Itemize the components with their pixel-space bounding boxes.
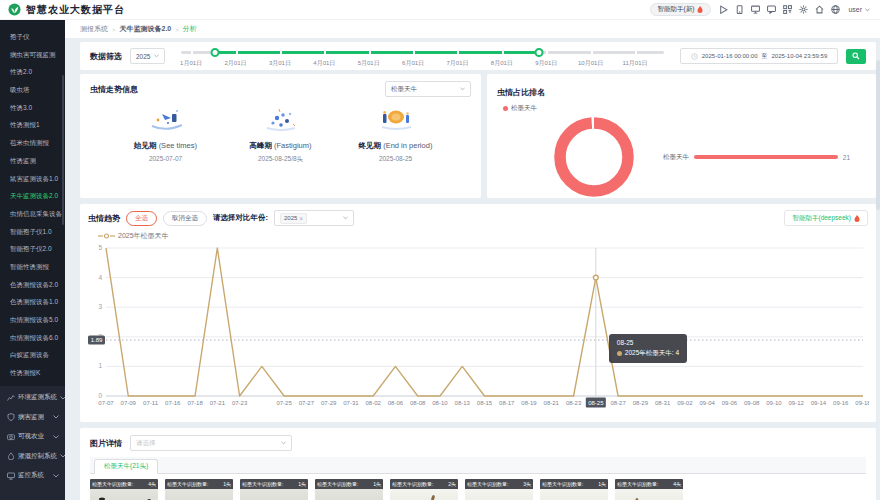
image-card[interactable]: 松墨天牛识别数量:1头 [240,479,308,500]
image-card-header: 松墨天牛识别数量:1头 [540,479,608,489]
sidebar-section[interactable]: 可视农业 [0,427,65,447]
feedback-icon[interactable] [767,5,776,14]
sidebar-item[interactable]: 智能性诱测报 [0,258,65,276]
search-button[interactable] [846,49,866,64]
app-logo-icon [8,3,21,16]
svg-text:07-16: 07-16 [165,400,181,406]
play-icon[interactable] [719,5,728,14]
image-card[interactable]: 松墨天牛识别数量:2头 [390,479,458,500]
date-range-input[interactable]: 2025-01-16 00:00:00 至 2025-10-04 23:59:5… [680,48,838,64]
slider-handle[interactable] [534,48,543,57]
sidebar-item[interactable]: 性诱监测 [0,152,65,170]
language-icon[interactable] [831,5,840,14]
svg-text:09-12: 09-12 [789,400,805,406]
breadcrumb-device[interactable]: 天牛监测设备2.0 [120,24,172,34]
image-card[interactable]: 松墨天牛识别数量:4头 [615,479,683,500]
sidebar-menu: 孢子仪病虫害可视监测性诱2.0吸虫塔性诱3.0性诱测报1苞米虫情测报性诱监测鼠害… [0,28,65,382]
sidebar-item[interactable]: 色诱测报设备1.0 [0,293,65,311]
sidebar-item[interactable]: 色诱测报设备2.0 [0,276,65,294]
breadcrumb-page[interactable]: 分析 [183,24,197,34]
slider-handle[interactable] [211,48,220,57]
image-card-count: 4头 [148,481,156,487]
image-card[interactable]: 松墨天牛识别数量:4头 [90,479,158,500]
line-chart-canvas[interactable]: 0123451.8907-0707-0907-1107-1607-1807-21… [88,242,869,412]
sidebar-section[interactable]: 灌溉控制系统 [0,446,65,466]
phase-peak: 高峰期 (Fastigium) 2025-08-25/8头 [223,106,338,164]
slider-tick [369,50,371,55]
sidebar-item[interactable]: 智能孢子仪1.0 [0,223,65,241]
sidebar-item[interactable]: 性诱2.0 [0,63,65,81]
sidebar-item[interactable]: 性诱3.0 [0,99,65,117]
image-card[interactable]: 松墨天牛识别数量:1头 [540,479,608,500]
pest-trend-chart-panel: 虫情趋势 全选 取消全选 请选择对比年份: 2025 智能 [80,204,876,422]
sidebar-scrollbar[interactable] [62,75,64,225]
phase-label-en: (End in period) [383,141,432,150]
sidebar-item[interactable]: 性诱测报1 [0,116,65,134]
compare-year-select[interactable]: 2025 [274,210,354,226]
sidebar-item[interactable]: 虫情信息采集设备 [0,205,65,223]
svg-text:08-27: 08-27 [610,400,626,406]
slider-tick [191,50,193,55]
sidebar-item[interactable]: 孢子仪 [0,28,65,46]
image-card-label: 松墨天牛识别数量: [167,481,208,487]
assistant-badge[interactable]: 智能助手(新) [650,3,712,16]
sidebar-section[interactable]: 监控系统 [0,466,65,486]
remove-tag-icon[interactable] [299,215,303,222]
sidebar-section[interactable]: 环境监测系统 [0,388,65,408]
chart-legend[interactable]: 2025年松墨天牛 [98,231,868,241]
filter-title: 数据筛选 [90,51,122,62]
svg-text:07-09: 07-09 [121,400,137,406]
slider-month-label: 9月01日 [535,59,557,68]
clock-icon [691,53,698,60]
sidebar-item[interactable]: 天牛监测设备2.0 [0,187,65,205]
svg-text:09-08: 09-08 [744,400,760,406]
image-card[interactable]: 松墨天牛识别数量:1头 [315,479,383,500]
svg-text:07-18: 07-18 [187,400,203,406]
home-icon[interactable] [815,5,824,14]
year-tag[interactable]: 2025 [280,213,307,224]
svg-text:07-11: 07-11 [143,400,159,406]
sidebar-item[interactable]: 白蚁监测设备 [0,346,65,364]
svg-text:09-16: 09-16 [833,400,849,406]
sidebar-item[interactable]: 鼠害监测设备1.0 [0,170,65,188]
content-scrollbar[interactable] [876,60,880,210]
monitor-icon[interactable] [751,5,760,14]
deselect-all-button[interactable]: 取消全选 [163,211,207,226]
svg-text:3: 3 [98,303,102,310]
sidebar-item[interactable]: 性诱测报K [0,364,65,382]
ai-assistant-link[interactable]: 智能助手(deepseek) [784,210,868,226]
sidebar-item[interactable]: 苞米虫情测报 [0,134,65,152]
phase-label: 终见期 [359,141,382,150]
qrcode-icon[interactable] [783,5,792,14]
year-select[interactable]: 2025 [130,48,165,64]
ranking-bar [694,155,838,159]
user-menu[interactable]: user [848,6,870,13]
svg-text:09-14: 09-14 [811,400,827,406]
breadcrumb-system[interactable]: 测报系统 [80,24,108,34]
sidebar-item[interactable]: 吸虫塔 [0,81,65,99]
sidebar-item[interactable]: 虫情测报设备6.0 [0,329,65,347]
sidebar-section[interactable]: 病害监测 [0,407,65,427]
sidebar-sections: 环境监测系统病害监测可视农业灌溉控制系统监控系统 [0,386,65,500]
image-card[interactable]: 松墨天牛识别数量:1头 [165,479,233,500]
image-filter-select[interactable]: 请选择 [130,435,292,451]
donut-ring [560,123,628,191]
tab-species[interactable]: 松墨天牛(21头) [94,459,158,474]
select-all-button[interactable]: 全选 [126,211,157,226]
donut-legend[interactable]: 松墨天牛 [503,104,866,113]
image-card-count: 3头 [523,481,531,487]
sidebar-section-label: 环境监测系统 [18,393,57,402]
species-select[interactable]: 松墨天牛 [385,81,471,97]
sidebar-item[interactable]: 病虫害可视监测 [0,46,65,64]
image-card-header: 松墨天牛识别数量:1头 [315,479,383,489]
slider-tick [546,50,548,55]
mobile-icon[interactable] [735,5,744,14]
sidebar-item[interactable]: 智能孢子仪2.0 [0,240,65,258]
slider-month-label: 1月01日 [180,59,202,68]
slider-selected-range[interactable] [215,51,538,54]
settings-icon[interactable] [799,5,808,14]
breadcrumb: 测报系统 天牛监测设备2.0 分析 [65,20,880,38]
timeline-slider[interactable]: 1月01日2月01日3月01日4月01日5月01日6月01日7月01日8月01日… [181,46,664,70]
sidebar-item[interactable]: 虫情测报设备5.0 [0,311,65,329]
image-card[interactable]: 松墨天牛识别数量:3头 [465,479,533,500]
